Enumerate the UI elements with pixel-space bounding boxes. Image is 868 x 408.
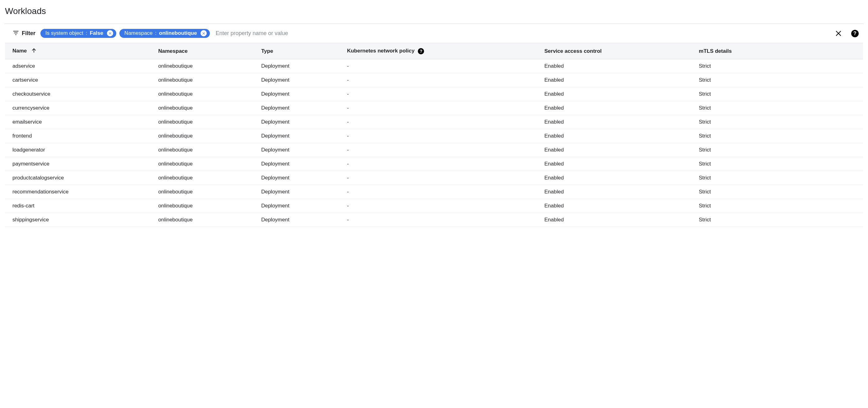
filter-chip[interactable]: Namespace:onlineboutique (119, 29, 210, 38)
cell-name: checkoutservice (5, 87, 155, 101)
cell-namespace: onlineboutique (155, 73, 258, 87)
column-header-k8s-network-policy[interactable]: Kubernetes network policy ? (344, 43, 541, 59)
cell-mtls-details: Strict (696, 59, 863, 73)
cell-namespace: onlineboutique (155, 101, 258, 115)
filter-label[interactable]: Filter (6, 30, 35, 38)
cell-type: Deployment (258, 157, 344, 171)
cell-type: Deployment (258, 101, 344, 115)
sort-ascending-icon (31, 47, 38, 55)
cell-service-access-control: Enabled (541, 129, 696, 143)
column-header-mtls-details[interactable]: mTLS details (696, 43, 863, 59)
cell-k8s-network-policy: - (344, 129, 541, 143)
cell-k8s-network-policy: - (344, 157, 541, 171)
cell-service-access-control: Enabled (541, 101, 696, 115)
cell-k8s-network-policy: - (344, 185, 541, 199)
cell-namespace: onlineboutique (155, 129, 258, 143)
cell-service-access-control: Enabled (541, 213, 696, 227)
workloads-table: Name Namespace Type Kubernetes network p… (5, 43, 863, 227)
filter-chip-value: False (90, 30, 103, 36)
cell-mtls-details: Strict (696, 185, 863, 199)
cell-namespace: onlineboutique (155, 199, 258, 213)
chip-remove-icon[interactable] (107, 30, 113, 36)
filter-chip-key: Is system object (45, 30, 83, 36)
cell-type: Deployment (258, 59, 344, 73)
cell-type: Deployment (258, 115, 344, 129)
cell-name: adservice (5, 59, 155, 73)
table-row[interactable]: paymentserviceonlineboutiqueDeployment-E… (5, 157, 863, 171)
cell-k8s-network-policy: - (344, 171, 541, 185)
cell-mtls-details: Strict (696, 129, 863, 143)
cell-name: emailservice (5, 115, 155, 129)
filter-input[interactable] (213, 29, 831, 38)
table-row[interactable]: shippingserviceonlineboutiqueDeployment-… (5, 213, 863, 227)
table-header-row: Name Namespace Type Kubernetes network p… (5, 43, 863, 59)
cell-mtls-details: Strict (696, 199, 863, 213)
cell-name: cartservice (5, 73, 155, 87)
cell-name: productcatalogservice (5, 171, 155, 185)
cell-mtls-details: Strict (696, 157, 863, 171)
column-header-type[interactable]: Type (258, 43, 344, 59)
cell-mtls-details: Strict (696, 171, 863, 185)
workloads-panel: Filter Is system object:FalseNamespace:o… (4, 24, 864, 227)
cell-namespace: onlineboutique (155, 59, 258, 73)
cell-name: frontend (5, 129, 155, 143)
cell-type: Deployment (258, 185, 344, 199)
cell-service-access-control: Enabled (541, 59, 696, 73)
cell-name: redis-cart (5, 199, 155, 213)
cell-name: paymentservice (5, 157, 155, 171)
cell-k8s-network-policy: - (344, 213, 541, 227)
cell-mtls-details: Strict (696, 73, 863, 87)
cell-k8s-network-policy: - (344, 101, 541, 115)
cell-type: Deployment (258, 129, 344, 143)
cell-namespace: onlineboutique (155, 171, 258, 185)
cell-namespace: onlineboutique (155, 143, 258, 157)
column-header-service-access-control[interactable]: Service access control (541, 43, 696, 59)
cell-service-access-control: Enabled (541, 199, 696, 213)
table-row[interactable]: currencyserviceonlineboutiqueDeployment-… (5, 101, 863, 115)
cell-name: recommendationservice (5, 185, 155, 199)
k8s-network-policy-help-icon[interactable]: ? (418, 48, 424, 54)
cell-k8s-network-policy: - (344, 73, 541, 87)
chip-remove-icon[interactable] (200, 30, 207, 36)
help-icon: ? (851, 30, 859, 37)
cell-service-access-control: Enabled (541, 157, 696, 171)
clear-filters-button[interactable] (834, 28, 843, 38)
cell-k8s-network-policy: - (344, 59, 541, 73)
cell-service-access-control: Enabled (541, 143, 696, 157)
column-header-name[interactable]: Name (5, 43, 155, 59)
cell-k8s-network-policy: - (344, 87, 541, 101)
cell-type: Deployment (258, 171, 344, 185)
cell-k8s-network-policy: - (344, 143, 541, 157)
cell-mtls-details: Strict (696, 213, 863, 227)
column-header-namespace[interactable]: Namespace (155, 43, 258, 59)
cell-namespace: onlineboutique (155, 157, 258, 171)
cell-service-access-control: Enabled (541, 185, 696, 199)
filter-bar: Filter Is system object:FalseNamespace:o… (4, 24, 864, 43)
table-row[interactable]: productcatalogserviceonlineboutiqueDeplo… (5, 171, 863, 185)
table-row[interactable]: loadgeneratoronlineboutiqueDeployment-En… (5, 143, 863, 157)
table-row[interactable]: cartserviceonlineboutiqueDeployment-Enab… (5, 73, 863, 87)
table-row[interactable]: frontendonlineboutiqueDeployment-Enabled… (5, 129, 863, 143)
table-row[interactable]: redis-cartonlineboutiqueDeployment-Enabl… (5, 199, 863, 213)
filter-chip-value: onlineboutique (159, 30, 197, 36)
cell-type: Deployment (258, 213, 344, 227)
table-row[interactable]: emailserviceonlineboutiqueDeployment-Ena… (5, 115, 863, 129)
table-row[interactable]: recommendationserviceonlineboutiqueDeplo… (5, 185, 863, 199)
table-row[interactable]: adserviceonlineboutiqueDeployment-Enable… (5, 59, 863, 73)
close-icon (834, 29, 842, 38)
filter-icon (12, 30, 19, 38)
cell-name: shippingservice (5, 213, 155, 227)
cell-name: loadgenerator (5, 143, 155, 157)
cell-mtls-details: Strict (696, 115, 863, 129)
filter-help-button[interactable]: ? (850, 29, 859, 38)
cell-type: Deployment (258, 143, 344, 157)
cell-namespace: onlineboutique (155, 213, 258, 227)
cell-service-access-control: Enabled (541, 73, 696, 87)
table-row[interactable]: checkoutserviceonlineboutiqueDeployment-… (5, 87, 863, 101)
filter-text: Filter (22, 30, 35, 37)
cell-mtls-details: Strict (696, 143, 863, 157)
cell-type: Deployment (258, 73, 344, 87)
cell-service-access-control: Enabled (541, 171, 696, 185)
page-title: Workloads (4, 6, 864, 16)
filter-chip[interactable]: Is system object:False (40, 29, 116, 38)
